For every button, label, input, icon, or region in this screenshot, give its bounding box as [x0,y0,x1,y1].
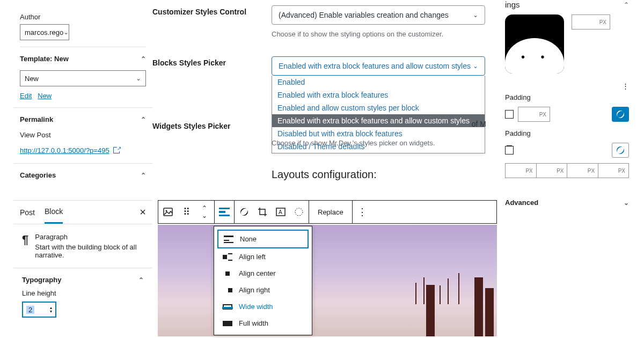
tab-block[interactable]: Block [45,201,63,224]
template-section-toggle[interactable]: Template: New ⌃ [20,47,146,70]
close-icon[interactable]: × [140,206,146,218]
box-model-top-icon [505,146,514,155]
align-full[interactable]: Full width [217,315,309,332]
chevron-down-icon: ⌄ [63,28,69,36]
svg-point-7 [295,208,303,216]
align-right[interactable]: Align right [217,282,309,298]
avatar-image [505,14,564,74]
widgets-picker-label: Widgets Styles Picker [152,120,272,130]
align-full-icon [223,321,232,326]
svg-rect-4 [219,215,230,216]
align-center-icon [223,270,232,277]
unlink-values-button[interactable] [612,143,629,158]
padding-top-input[interactable]: PX [505,163,536,178]
svg-text:A: A [279,209,282,215]
paragraph-icon: ¶ [22,233,28,259]
dd-option[interactable]: Enabled and allow custom styles per bloc… [272,101,485,114]
customizer-select[interactable]: (Advanced) Enable variables creation and… [272,5,485,25]
block-toolbar: ⌃⌄ A Replace ⋮ [158,200,497,224]
padding-right-input[interactable]: PX [536,163,567,178]
overflow-text: of M [272,120,497,130]
text-overlay-icon[interactable]: A [274,205,287,218]
svg-rect-3 [219,211,225,213]
padding-label-2: Padding [505,129,629,137]
image-block-icon[interactable] [162,205,174,218]
more-options-icon[interactable]: ⋮ [356,205,369,218]
author-label: Author [20,13,146,21]
chevron-up-icon: ⌃ [138,276,144,284]
link-icon [615,145,626,156]
typography-toggle[interactable]: Typography ⌃ [22,276,144,289]
block-editor: ⌃⌄ A Replace ⋮ [158,200,497,336]
svg-point-1 [166,210,167,212]
drag-handle-icon[interactable] [180,205,193,218]
more-icon[interactable]: ⋮ [622,82,629,90]
chevron-up-icon: ⌃ [141,55,146,63]
author-field: Author marcos.rego ⌄ [20,0,146,47]
chevron-down-icon: ⌄ [136,75,141,82]
align-wide[interactable]: Wide width [217,298,309,315]
insert-link-icon[interactable] [238,205,251,218]
categories-section-toggle[interactable]: Categories ⌃ [20,164,146,187]
advanced-section-toggle[interactable]: Advanced ⌄ [505,191,629,214]
line-height-input[interactable]: 2 ▴▾ [22,302,56,318]
padding-bottom-input[interactable]: PX [567,163,598,178]
dd-option[interactable]: Enabled with extra block features [272,89,485,101]
svg-rect-2 [219,208,230,209]
view-post-link[interactable]: View Post [20,131,146,139]
padding-left-input[interactable]: PX [598,163,629,178]
align-center[interactable]: Align center [217,265,309,282]
blocks-picker-label: Blocks Styles Picker [152,56,272,76]
chevron-down-icon: ⌄ [473,11,478,19]
template-select[interactable]: New ⌄ [20,70,146,86]
chevron-down-icon: ⌄ [473,62,478,70]
chevron-down-icon: ⌄ [624,199,629,207]
box-model-icon [505,110,514,119]
padding-label: Padding [505,93,629,101]
alignment-menu: None Align left Align center Align right… [214,226,312,335]
align-wide-icon [223,304,232,310]
block-inspector: ings ⌃ PX ⋮ Padding PX Padding PX PX PX … [497,0,636,219]
block-description: Start with the building block of all nar… [35,243,144,259]
external-link-icon [113,147,120,153]
permalink-section-toggle[interactable]: Permalink ⌃ [20,108,146,131]
settings-heading: ings [505,0,520,9]
layouts-heading: Layouts configuration: [272,168,497,181]
align-none-icon [224,236,233,243]
align-none[interactable]: None [217,230,309,248]
crop-icon[interactable] [256,205,269,218]
move-chevron-icon[interactable]: ⌃⌄ [198,205,211,218]
align-right-icon [223,286,232,294]
align-left-icon [223,253,232,261]
permalink-url[interactable]: http://127.0.0.1:5000/?p=495 [20,146,109,155]
link-icon [615,109,626,120]
duotone-icon[interactable] [292,205,305,218]
customizer-help: Choose if to show the styling options on… [272,30,497,38]
customizer-label: Customizer Styles Control [152,5,272,38]
settings-form: Customizer Styles Control (Advanced) Ena… [152,0,497,81]
block-settings-panel: Post Block × ¶ Paragraph Start with the … [13,200,152,325]
template-new-link[interactable]: New [38,92,52,100]
padding-sides-inputs: PX PX PX PX [505,163,629,178]
stepper-icon[interactable]: ▴▾ [50,306,52,313]
align-button[interactable] [218,205,231,218]
replace-button[interactable]: Replace [312,208,349,216]
chevron-up-icon[interactable]: ⌃ [624,1,629,9]
block-title: Paragraph [35,233,144,241]
padding-input[interactable]: PX [518,107,550,122]
line-height-label: Line height [22,289,144,297]
dd-option[interactable]: Enabled [272,76,485,89]
chevron-up-icon: ⌃ [141,116,146,123]
author-select[interactable]: marcos.rego ⌄ [20,24,69,40]
tab-post[interactable]: Post [20,202,35,223]
chevron-up-icon: ⌃ [141,172,146,179]
blocks-picker-select[interactable]: Enabled with extra block features and al… [272,56,485,76]
document-sidebar: Author marcos.rego ⌄ Template: New ⌃ New… [13,0,152,187]
widgets-help: Choose if to show Mr.Dev.'s styles picke… [272,139,497,147]
align-left[interactable]: Align left [217,248,309,265]
link-values-button[interactable] [612,107,629,122]
size-input[interactable]: PX [572,14,610,30]
image-canvas[interactable] [158,225,497,336]
template-edit-link[interactable]: Edit [20,92,32,100]
